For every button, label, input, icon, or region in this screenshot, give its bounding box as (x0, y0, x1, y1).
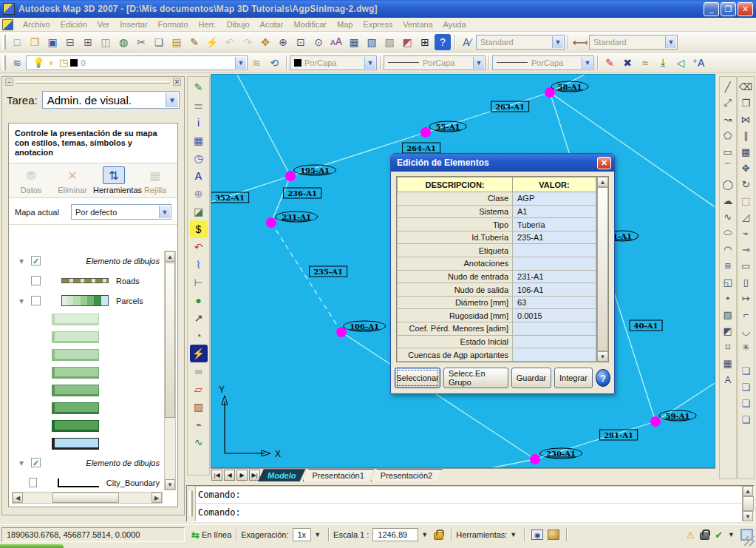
taskpane-close-icon[interactable]: ✕ (173, 78, 181, 86)
info-icon[interactable]: i (190, 114, 208, 132)
field-value[interactable] (513, 335, 596, 348)
markup-icon[interactable]: ▨ (381, 34, 398, 50)
make-block-icon[interactable]: ◱ (720, 274, 735, 290)
spline-icon[interactable]: ∿ (720, 209, 735, 225)
table-tool-icon[interactable]: ▦ (190, 132, 208, 149)
revcloud-icon[interactable]: ☁ (720, 192, 735, 209)
minimize-button[interactable]: _ (704, 2, 719, 16)
layer-checkbox[interactable] (31, 276, 41, 285)
tab-next-icon[interactable]: ▶ (236, 470, 248, 481)
mirror-icon[interactable]: ⋈ (738, 111, 754, 127)
drawing-cleanup-icon[interactable]: ≈ (637, 55, 653, 71)
field-value[interactable] (513, 244, 596, 257)
layer-on-icon[interactable]: 💡 (33, 57, 44, 68)
pipe-label-281-A1[interactable]: 281-A1 (599, 430, 638, 441)
selecc-en-grupo-button[interactable]: Selecc.En Grupo (443, 368, 508, 388)
field-value[interactable]: Tubería (513, 218, 596, 231)
field-value[interactable] (513, 322, 596, 336)
chevron-down-icon[interactable]: ▼ (728, 531, 735, 538)
taskpane-grip[interactable] (16, 81, 170, 84)
layer-color-swatch[interactable] (70, 59, 78, 67)
taskpane-button-herramientas[interactable]: ⇅Herramientas (93, 166, 134, 194)
layer-lock-icon[interactable]: ◳ (59, 57, 68, 68)
gradient-icon[interactable]: ◩ (720, 322, 735, 339)
arc-icon[interactable]: ⌒ (720, 160, 735, 176)
menu-item-ver[interactable]: Ver (92, 18, 115, 30)
material-sample-icon[interactable] (548, 530, 559, 540)
polygon-edit-icon[interactable]: ▱ (190, 380, 208, 398)
explode-icon[interactable]: ✳ (738, 339, 754, 355)
scroll-thumb[interactable] (743, 496, 754, 511)
taskpane-button-datos[interactable]: ⛃Datos (10, 166, 52, 194)
profile-chart-icon[interactable]: ✎ (190, 78, 208, 96)
scroll-left-icon[interactable]: ◀ (13, 493, 23, 503)
tab-presentación1[interactable]: Presentación1 (303, 469, 374, 481)
pipe-label-235-A1[interactable]: 235-A1 (309, 266, 347, 277)
table-icon[interactable]: ▦ (720, 355, 735, 371)
scale-value[interactable]: 1246.89 (372, 528, 418, 541)
field-value[interactable]: 0.0015 (513, 309, 596, 322)
restore-button[interactable]: ❐ (721, 2, 736, 16)
zoom-window-icon[interactable]: ⊡ (293, 34, 309, 50)
scale-icon[interactable]: ◿ (738, 209, 754, 225)
flag-icon[interactable]: ◁ (672, 55, 689, 71)
dialog-help-button[interactable]: ? (596, 369, 610, 387)
scroll-up-icon[interactable]: ▲ (165, 251, 175, 262)
paste-icon[interactable]: ▤ (168, 34, 185, 50)
matchprops-icon[interactable]: ✎ (186, 34, 202, 50)
legend-row-elementodedibujos[interactable]: ▾✓Elemento de dibujos (12, 251, 163, 271)
chamfer-icon[interactable]: ⌐ (738, 306, 754, 322)
scroll-right-icon[interactable]: ▶ (151, 493, 162, 503)
command-window[interactable]: Comando: Comando: ▲ ▼ (186, 485, 755, 522)
tab-last-icon[interactable]: ▶| (249, 470, 260, 481)
menu-item-formato[interactable]: Formato (153, 18, 194, 30)
construction-line-icon[interactable]: ⤢ (720, 95, 735, 111)
layer-checkbox[interactable]: ✓ (31, 458, 41, 467)
rotate-icon[interactable]: ↻ (738, 176, 754, 192)
draworder-back-icon[interactable]: ❏ (738, 379, 754, 395)
guardar-button[interactable]: Guardar (511, 368, 551, 388)
publish-icon[interactable]: ◫ (98, 34, 114, 50)
paperclip-icon[interactable]: ∞ (190, 362, 208, 380)
menu-item-modificar[interactable]: Modificar (288, 18, 332, 30)
stopwatch-icon[interactable]: ◔ (190, 327, 208, 345)
chevron-down-icon[interactable]: ▼ (552, 36, 563, 48)
expand-arrow-icon[interactable]: ▾ (12, 256, 31, 266)
hatch-icon[interactable]: ▨ (720, 306, 735, 322)
point-icon[interactable]: • (720, 290, 735, 306)
style-manager-icon[interactable]: 🗚 (328, 34, 344, 50)
menu-item-dibujo[interactable]: Dibujo (221, 18, 254, 30)
trim-icon[interactable]: ⌁ (738, 225, 754, 241)
erase-icon[interactable]: ⌫ (738, 78, 754, 95)
pipe-icon[interactable]: ⌇ (190, 256, 208, 274)
plot-preview-icon[interactable]: ⊞ (80, 34, 96, 50)
seleccionar-button[interactable]: Seleccionar (395, 368, 440, 388)
annotation-icon[interactable]: A (190, 167, 208, 185)
expand-arrow-icon[interactable]: ▾ (12, 458, 31, 468)
node-label-230-A1[interactable]: 230-A1 (539, 448, 582, 459)
color-combo[interactable]: PorCapa ▼ (290, 55, 377, 70)
help-icon[interactable]: ? (435, 34, 451, 50)
field-value[interactable] (513, 348, 596, 362)
join-icon[interactable]: ↦ (738, 290, 754, 306)
calculator-icon[interactable]: ⊞ (417, 34, 433, 50)
render-icon[interactable]: ◩ (399, 34, 415, 50)
menu-item-herr[interactable]: Herr. (194, 18, 222, 30)
legend-label[interactable]: Parcels (116, 297, 163, 305)
menu-item-insertar[interactable]: Insertar (115, 18, 152, 30)
menu-item-acotar[interactable]: Acotar (255, 18, 289, 30)
window-resize-grip[interactable] (744, 536, 755, 546)
lineweight-combo[interactable]: PorCapa ▼ (492, 55, 594, 70)
pipe-wrench-icon[interactable]: ⌁ (190, 416, 208, 433)
draworder-front-icon[interactable]: ❏ (738, 362, 754, 379)
scroll-down-icon[interactable]: ▼ (743, 511, 753, 521)
chevron-down-icon[interactable]: ▼ (473, 57, 484, 69)
query-icon[interactable]: ⊕ (190, 185, 208, 203)
tab-presentación2[interactable]: Presentación2 (371, 469, 442, 481)
polygon-icon[interactable]: ⬠ (720, 127, 735, 143)
select-icon[interactable]: ⬚ (738, 192, 754, 209)
layer-checkbox[interactable] (29, 478, 38, 487)
taskpane-button-eliminar[interactable]: ✕Eliminar (52, 166, 93, 194)
scroll-up-icon[interactable]: ▲ (597, 177, 608, 187)
menu-item-ventana[interactable]: Ventana (398, 18, 437, 30)
